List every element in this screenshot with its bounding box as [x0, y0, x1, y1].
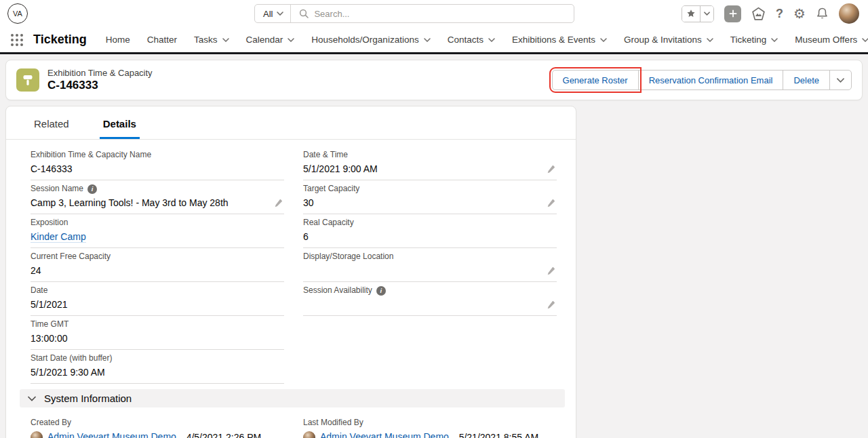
record-meta: Exhibition Time & Capacity C-146333: [47, 68, 153, 92]
generate-roster-button[interactable]: Generate Roster: [552, 70, 639, 90]
search-icon: [299, 9, 309, 18]
app-name: Ticketing: [33, 33, 87, 47]
app-launcher-icon[interactable]: [11, 34, 23, 46]
nav-tabs: Home Chatter Tasks Calendar Households/O…: [106, 35, 868, 45]
info-icon[interactable]: i: [376, 286, 386, 296]
record-highlights-panel: Exhibition Time & Capacity C-146333 Gene…: [5, 60, 863, 100]
app-navigation-bar: Ticketing Home Chatter Tasks Calendar Ho…: [0, 27, 868, 54]
user-avatar[interactable]: [839, 3, 859, 24]
edit-pencil-icon[interactable]: [547, 300, 555, 309]
last-modified-by-datetime: , 5/21/2021 8:55 AM: [454, 431, 538, 438]
record-object-icon: [16, 68, 39, 92]
field-time-gmt: Time GMT 13:00:00: [31, 316, 284, 350]
detail-fields: Exhibition Time & Capacity Name C-146333…: [6, 140, 576, 384]
info-icon[interactable]: i: [87, 184, 97, 194]
tab-chatter[interactable]: Chatter: [147, 35, 177, 45]
chevron-down-icon: [277, 12, 283, 16]
search-scope-selector[interactable]: All: [255, 5, 291, 22]
field-exhibition-time-capacity-name: Exhibition Time & Capacity Name C-146333: [31, 146, 284, 180]
field-display-storage-location: Display/Storage Location: [303, 248, 557, 282]
tab-group-invitations[interactable]: Group & Invitations: [624, 35, 713, 45]
chevron-down-icon: [222, 38, 229, 42]
chevron-down-icon: [707, 38, 713, 42]
record-detail-card: Related Details Exhibition Time & Capaci…: [5, 106, 576, 438]
edit-pencil-icon[interactable]: [547, 199, 555, 207]
user-avatar-small: [31, 431, 43, 438]
field-session-availability: Session Availability i: [303, 282, 557, 316]
company-logo: VA: [7, 3, 28, 24]
detail-column-right: Date & Time 5/1/2021 9:00 AM Target Capa…: [303, 146, 557, 384]
search-scope-label: All: [263, 9, 273, 19]
created-by-datetime: , 4/5/2021 2:26 PM: [181, 431, 261, 438]
exposition-link[interactable]: Kinder Camp: [31, 231, 86, 243]
system-information-section-toggle[interactable]: System Information: [20, 389, 565, 407]
chevron-down-icon: [424, 38, 431, 42]
chevron-down-icon: [288, 38, 294, 42]
delete-button[interactable]: Delete: [783, 70, 830, 90]
system-information-fields: Created By Admin Veevart Museum Demo , 4…: [6, 407, 576, 438]
edit-pencil-icon[interactable]: [547, 165, 555, 174]
global-actions-button[interactable]: [724, 5, 741, 22]
last-modified-by-user-link[interactable]: Admin Veevart Museum Demo: [320, 431, 449, 438]
tab-exhibitions-events[interactable]: Exhibitions & Events: [512, 35, 607, 45]
search-input[interactable]: [314, 9, 574, 19]
tab-related[interactable]: Related: [31, 118, 73, 139]
system-information-title: System Information: [44, 393, 132, 404]
chevron-down-icon: [837, 78, 844, 83]
global-search: All: [254, 4, 574, 23]
page-body: Exhibition Time & Capacity C-146333 Gene…: [0, 54, 868, 438]
guidance-center-button[interactable]: [751, 7, 766, 21]
field-target-capacity: Target Capacity 30: [303, 180, 557, 214]
user-avatar-small: [303, 431, 315, 438]
field-real-capacity: Real Capacity 6: [303, 214, 557, 248]
tab-tasks[interactable]: Tasks: [194, 35, 229, 45]
sysinfo-column-right: Last Modified By Admin Veevart Museum De…: [303, 414, 557, 438]
field-last-modified-by: Last Modified By Admin Veevart Museum De…: [303, 414, 557, 438]
plus-icon: [728, 9, 738, 18]
help-button[interactable]: ?: [776, 7, 783, 21]
chevron-down-icon: [862, 38, 868, 42]
field-current-free-capacity: Current Free Capacity 24: [31, 248, 284, 282]
detail-column-left: Exhibition Time & Capacity Name C-146333…: [31, 146, 284, 384]
edit-pencil-icon[interactable]: [547, 266, 555, 275]
chevron-down-icon: [488, 38, 495, 42]
company-logo-text: VA: [13, 9, 22, 18]
chevron-down-icon: [600, 38, 607, 42]
chevron-down-icon: [28, 396, 36, 401]
tab-home[interactable]: Home: [106, 35, 130, 45]
favorites-group: [682, 5, 714, 22]
sysinfo-column-left: Created By Admin Veevart Museum Demo , 4…: [31, 414, 284, 438]
field-start-date-with-buffer: Start Date (with buffer) 5/1/2021 9:30 A…: [31, 350, 284, 384]
tab-ticketing[interactable]: Ticketing: [730, 35, 778, 45]
chevron-down-icon: [771, 38, 778, 42]
field-session-name: Session Name i Camp 3, Learning Tools! -…: [31, 180, 284, 214]
favorite-star-button[interactable]: [682, 6, 701, 22]
field-created-by: Created By Admin Veevart Museum Demo , 4…: [31, 414, 284, 438]
field-exposition: Exposition Kinder Camp: [31, 214, 284, 248]
setup-gear-button[interactable]: ⚙: [793, 7, 806, 20]
header-actions: ? ⚙: [682, 3, 859, 24]
entity-label: Exhibition Time & Capacity: [47, 68, 153, 79]
guidance-mountain-icon: [751, 7, 766, 21]
global-header: VA All: [0, 0, 868, 27]
favorites-dropdown-button[interactable]: [701, 6, 713, 22]
tab-museum-offers[interactable]: Museum Offers: [795, 35, 868, 45]
tab-details[interactable]: Details: [100, 118, 140, 139]
reservation-confirmation-email-button[interactable]: Reservation Confirmation Email: [638, 70, 784, 90]
record-name: C-146333: [47, 79, 153, 92]
record-actions: Generate Roster Reservation Confirmation…: [552, 70, 852, 90]
bell-icon: [816, 7, 829, 20]
record-tabs: Related Details: [6, 106, 576, 140]
field-date-and-time: Date & Time 5/1/2021 9:00 AM: [303, 146, 557, 180]
tab-households-organizations[interactable]: Households/Organizations: [311, 35, 430, 45]
notifications-button[interactable]: [816, 7, 829, 20]
field-date: Date 5/1/2021: [31, 282, 284, 316]
edit-pencil-icon[interactable]: [274, 199, 283, 207]
tab-contacts[interactable]: Contacts: [448, 35, 495, 45]
tab-calendar[interactable]: Calendar: [246, 35, 295, 45]
created-by-user-link[interactable]: Admin Veevart Museum Demo: [47, 431, 176, 438]
more-actions-button[interactable]: [829, 70, 852, 90]
gavel-icon: [21, 73, 35, 87]
